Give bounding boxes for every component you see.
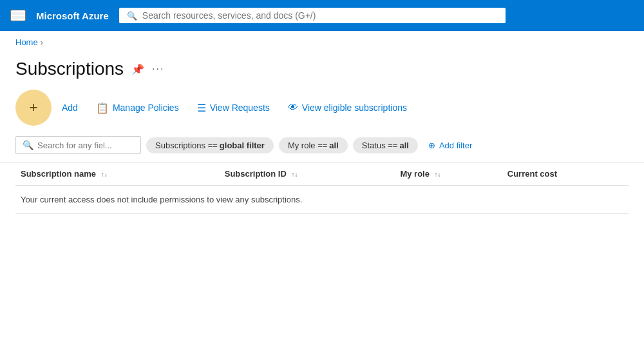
subscriptions-table-container: Subscription name ↑↓ Subscription ID ↑↓ … [0,162,644,214]
pin-icon[interactable]: 📌 [131,63,144,75]
page-title: Subscriptions [15,59,124,79]
search-icon: 🔍 [127,11,137,21]
top-nav: Microsoft Azure 🔍 [0,0,644,31]
view-requests-button[interactable]: ☰ View Requests [189,98,278,118]
filter-my-role[interactable]: My role == all [279,137,348,153]
filter-subscriptions-key: Subscriptions == [155,141,218,150]
table-row: Your current access does not include per… [15,186,629,214]
toolbar: + Add 📋 Manage Policies ☰ View Requests … [0,90,644,136]
add-filter-button[interactable]: ⊕ Add filter [423,137,477,153]
manage-policies-button[interactable]: 📋 Manage Policies [88,98,187,118]
eye-icon: 👁 [288,102,298,113]
policy-icon: 📋 [96,102,109,114]
breadcrumb-separator: › [41,38,43,47]
search-input[interactable] [37,141,134,150]
global-search-box: 🔍 [119,8,506,23]
global-search-input[interactable] [142,10,498,21]
col-current-cost[interactable]: Current cost [502,162,629,186]
filter-my-role-key: My role == [288,141,327,150]
subscriptions-table: Subscription name ↑↓ Subscription ID ↑↓ … [15,162,629,214]
add-text-button[interactable]: Add [54,99,86,117]
add-filter-icon: ⊕ [428,141,435,150]
sort-icon-role: ↑↓ [435,171,441,178]
filter-bar: 🔍 Subscriptions == global filter My role… [0,136,644,162]
filter-status[interactable]: Status == all [353,137,418,153]
app-title: Microsoft Azure [36,10,109,21]
view-eligible-label: View eligible subscriptions [302,103,407,113]
no-access-message: Your current access does not include per… [21,195,302,204]
sort-icon-name: ↑↓ [101,171,108,178]
sort-icon-id: ↑↓ [291,171,298,178]
page-header: Subscriptions 📌 ··· [0,54,644,90]
filter-subscriptions-value: global filter [220,141,265,150]
col-subscription-name[interactable]: Subscription name ↑↓ [15,162,220,186]
add-label: Add [62,103,78,113]
breadcrumb: Home › [0,31,644,54]
hamburger-menu-button[interactable] [10,10,26,21]
filter-status-value: all [399,141,408,150]
breadcrumb-home[interactable]: Home [15,37,38,47]
add-button[interactable]: + [15,90,52,126]
view-requests-label: View Requests [210,103,270,113]
view-eligible-button[interactable]: 👁 View eligible subscriptions [280,98,415,117]
add-icon: + [30,99,38,116]
search-field: 🔍 [15,136,141,154]
col-subscription-id[interactable]: Subscription ID ↑↓ [220,162,395,186]
filter-subscriptions[interactable]: Subscriptions == global filter [146,137,274,153]
search-field-icon: 🔍 [23,140,33,150]
table-header-row: Subscription name ↑↓ Subscription ID ↑↓ … [15,162,629,186]
filter-status-key: Status == [362,141,398,150]
manage-policies-label: Manage Policies [113,103,179,113]
list-icon: ☰ [197,102,206,114]
col-my-role[interactable]: My role ↑↓ [395,162,502,186]
add-filter-label: Add filter [439,141,472,150]
more-options-icon[interactable]: ··· [152,63,164,75]
filter-my-role-value: all [329,141,338,150]
